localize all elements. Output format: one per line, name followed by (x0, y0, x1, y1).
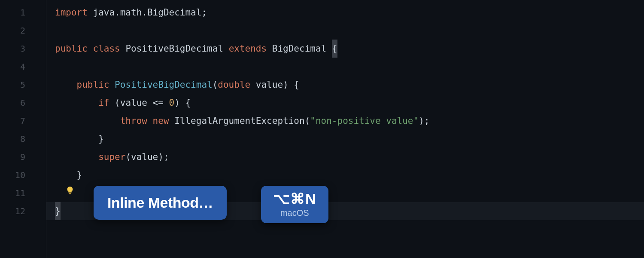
line-number: 2 (0, 22, 46, 40)
caret: } (55, 202, 61, 220)
shortcut-platform: macOS (273, 208, 316, 218)
line-number: 8 (0, 130, 46, 148)
code-line[interactable]: import java.math.BigDecimal; (55, 3, 644, 22)
line-number-gutter: 1 2 3 4 5 6 7 8 9 10 11 12 (0, 0, 46, 258)
code-line[interactable] (55, 58, 644, 76)
code-line[interactable] (55, 22, 644, 40)
line-number: 11 (0, 184, 46, 202)
shortcut-keys: ⌥⌘N (273, 190, 316, 207)
lightbulb-icon[interactable] (65, 186, 75, 195)
line-number: 4 (0, 58, 46, 76)
line-number: 3 (0, 40, 46, 58)
keyboard-shortcut-hint: ⌥⌘N macOS (261, 186, 328, 223)
line-number: 7 (0, 112, 46, 130)
code-line[interactable]: public PositiveBigDecimal(double value) … (55, 76, 644, 94)
line-number: 10 (0, 166, 46, 184)
action-label: Inline Method… (107, 194, 213, 211)
code-line[interactable]: } (55, 130, 644, 148)
line-number: 5 (0, 76, 46, 94)
inline-method-action[interactable]: Inline Method… (94, 186, 227, 220)
line-number: 1 (0, 3, 46, 22)
line-number: 12 (0, 202, 46, 220)
svg-rect-0 (69, 193, 71, 194)
line-number: 9 (0, 148, 46, 166)
code-line[interactable]: } (55, 166, 644, 184)
line-number: 6 (0, 94, 46, 112)
caret: { (332, 40, 337, 58)
code-line[interactable]: if (value <= 0) { (55, 94, 644, 112)
code-line[interactable]: throw new IllegalArgumentException("non-… (55, 112, 644, 130)
code-line[interactable]: super(value); (55, 148, 644, 166)
code-line[interactable]: public class PositiveBigDecimal extends … (55, 40, 644, 58)
